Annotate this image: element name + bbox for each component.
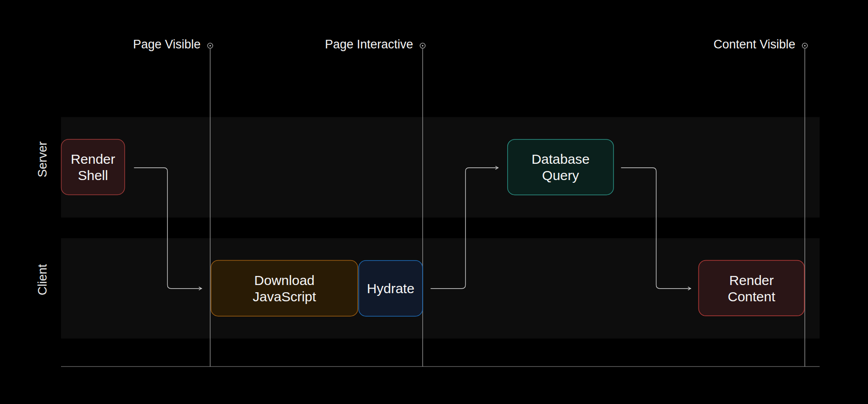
- svg-text:Hydrate: Hydrate: [367, 281, 415, 296]
- svg-text:Download: Download: [254, 273, 314, 288]
- svg-text:Render: Render: [71, 152, 115, 166]
- svg-text:Content: Content: [728, 289, 776, 304]
- svg-text:Content Visible: Content Visible: [713, 38, 795, 51]
- svg-text:Page Interactive: Page Interactive: [325, 38, 413, 51]
- svg-text:Shell: Shell: [78, 168, 108, 183]
- svg-text:Client: Client: [36, 264, 50, 295]
- svg-text:Query: Query: [542, 168, 579, 183]
- svg-text:JavaScript: JavaScript: [253, 289, 316, 304]
- svg-text:Page Visible: Page Visible: [133, 38, 201, 51]
- svg-text:Database: Database: [532, 152, 590, 166]
- svg-text:Render: Render: [729, 273, 774, 288]
- svg-text:Server: Server: [36, 141, 50, 177]
